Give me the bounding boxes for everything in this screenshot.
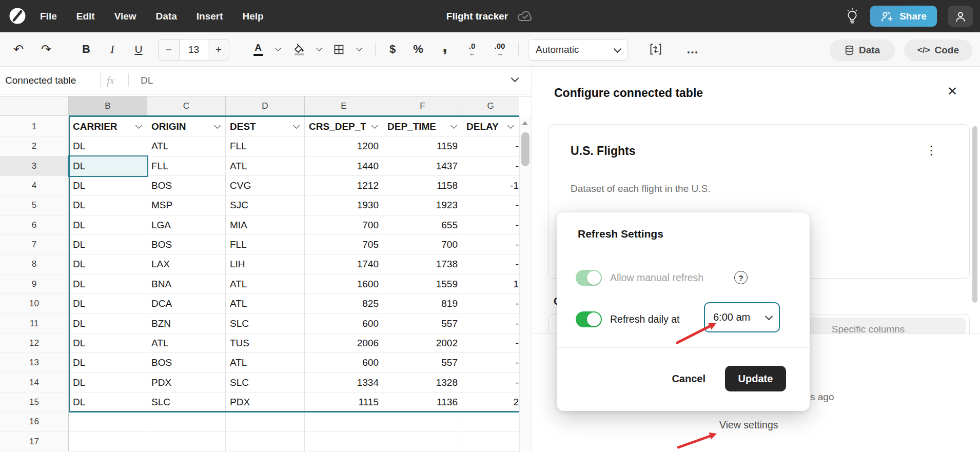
row-number[interactable]: 4 [0, 176, 69, 195]
cell[interactable]: SLC [226, 314, 305, 333]
cell[interactable]: DL [69, 136, 147, 156]
document-title[interactable]: Flight tracker [446, 11, 508, 22]
cell[interactable]: 1200 [305, 136, 383, 156]
menu-view[interactable]: View [114, 11, 136, 22]
cell[interactable]: DL [69, 392, 147, 412]
cell[interactable]: LIH [226, 254, 305, 274]
refresh-time-select[interactable]: 6:00 am [704, 302, 780, 332]
cell[interactable] [305, 412, 383, 432]
cell[interactable]: 655 [383, 215, 462, 235]
cell[interactable]: 705 [305, 235, 383, 254]
cell[interactable] [383, 432, 462, 451]
cell[interactable]: 2006 [305, 333, 383, 353]
column-letter-D[interactable]: D [226, 96, 305, 116]
menu-edit[interactable]: Edit [76, 11, 95, 22]
cell[interactable]: - [462, 353, 519, 373]
cell[interactable]: 819 [383, 294, 462, 314]
column-filter-chevron-icon[interactable] [214, 122, 221, 129]
cell[interactable]: 1334 [305, 373, 383, 392]
cancel-button[interactable]: Cancel [672, 373, 705, 385]
font-size-decrease-button[interactable]: − [159, 40, 179, 60]
cell[interactable] [69, 412, 147, 432]
more-options-button[interactable]: … [680, 32, 705, 66]
row-number[interactable]: 7 [0, 235, 69, 254]
bold-button[interactable]: B [75, 32, 97, 66]
cell[interactable]: 1136 [383, 392, 462, 412]
cell[interactable]: - [462, 235, 519, 254]
row-number[interactable]: 14 [0, 373, 69, 392]
cell[interactable]: 1738 [383, 254, 462, 274]
undo-button[interactable]: ↶ [7, 32, 30, 66]
cell[interactable]: FLL [147, 156, 226, 176]
column-letter-E[interactable]: E [305, 96, 383, 116]
menu-help[interactable]: Help [243, 11, 264, 22]
cell[interactable]: BNA [147, 274, 226, 294]
cell[interactable]: FLL [226, 136, 305, 156]
cell[interactable]: FLL [226, 235, 305, 254]
cell[interactable] [383, 412, 462, 432]
cell[interactable]: LGA [147, 215, 226, 235]
formula-input[interactable]: DL [141, 67, 153, 94]
cell[interactable]: 1559 [383, 274, 462, 294]
scrollbar-up-arrow-icon[interactable] [522, 121, 528, 125]
manual-refresh-toggle[interactable] [576, 270, 602, 286]
header-cell-dep_time[interactable]: DEP_TIME [383, 117, 462, 136]
column-filter-chevron-icon[interactable] [371, 122, 378, 129]
row-number[interactable]: 6 [0, 215, 69, 235]
cell[interactable]: 1930 [305, 195, 383, 215]
row-number[interactable]: 2 [0, 136, 69, 156]
cell[interactable]: DL [69, 333, 147, 353]
header-cell-delay[interactable]: DELAY [462, 117, 519, 136]
decrease-decimal-button[interactable]: .0← [461, 32, 483, 66]
panel-scrollbar-thumb[interactable] [972, 126, 977, 303]
row-number[interactable]: 10 [0, 294, 69, 314]
app-logo-icon[interactable] [8, 7, 27, 25]
cell[interactable]: ATL [226, 156, 305, 176]
cell[interactable]: DL [69, 195, 147, 215]
cell[interactable]: 557 [383, 353, 462, 373]
underline-button[interactable]: U [127, 32, 150, 66]
column-filter-chevron-icon[interactable] [450, 122, 457, 129]
cell[interactable] [147, 412, 226, 432]
number-format-select[interactable]: Automatic [528, 39, 628, 61]
cell[interactable]: DL [69, 176, 147, 195]
cell[interactable]: 557 [383, 314, 462, 333]
font-size-value[interactable]: 13 [179, 40, 208, 60]
text-color-dropdown[interactable] [271, 32, 285, 66]
cell[interactable]: DL [69, 254, 147, 274]
grid-scrollbar-thumb[interactable] [521, 132, 530, 166]
column-letter-B[interactable]: B [69, 96, 147, 116]
cell[interactable]: -1 [462, 176, 519, 195]
cell[interactable]: MSP [147, 195, 226, 215]
cell[interactable] [69, 432, 147, 451]
share-button[interactable]: Share [870, 6, 937, 27]
cell[interactable]: DL [69, 373, 147, 392]
cell[interactable]: BZN [147, 314, 226, 333]
kebab-menu-icon[interactable]: ⋮ [925, 143, 937, 158]
column-letter-G[interactable]: G [462, 96, 519, 116]
cell[interactable]: 1740 [305, 254, 383, 274]
cell[interactable] [226, 432, 305, 451]
cell[interactable]: 700 [305, 215, 383, 235]
cell[interactable]: 1115 [305, 392, 383, 412]
menu-file[interactable]: File [40, 11, 57, 22]
cell[interactable]: 1600 [305, 274, 383, 294]
cell[interactable]: 700 [383, 235, 462, 254]
row-number[interactable]: 11 [0, 314, 69, 333]
cell[interactable]: - [462, 215, 519, 235]
cell[interactable]: 1159 [383, 136, 462, 156]
header-cell-dest[interactable]: DEST [226, 117, 305, 136]
cell[interactable]: SLC [147, 392, 226, 412]
cell[interactable]: DL [69, 215, 147, 235]
cell[interactable]: ATL [226, 353, 305, 373]
cell[interactable] [226, 412, 305, 432]
cell[interactable]: PDX [147, 373, 226, 392]
header-cell-origin[interactable]: ORIGIN [147, 117, 226, 136]
view-settings-link[interactable]: View settings [719, 419, 778, 431]
daily-refresh-toggle[interactable] [576, 311, 602, 327]
cell[interactable]: - [462, 254, 519, 274]
code-view-button[interactable]: </> Code [904, 40, 972, 61]
cell[interactable]: MIA [226, 215, 305, 235]
borders-dropdown[interactable] [352, 32, 366, 66]
percent-format-button[interactable]: % [407, 32, 429, 66]
